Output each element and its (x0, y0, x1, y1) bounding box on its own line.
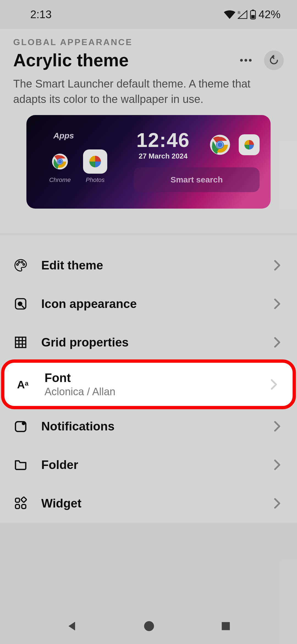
folder-icon (14, 459, 28, 471)
triangle-back-icon (65, 620, 78, 633)
header-eyebrow: GLOBAL APPEARANCE (13, 37, 284, 47)
svg-rect-29 (21, 497, 27, 503)
svg-rect-27 (15, 504, 20, 509)
preview-side-icons (210, 134, 260, 155)
svg-rect-31 (222, 622, 230, 630)
svg-text:a: a (25, 380, 29, 387)
svg-text:A: A (17, 378, 25, 391)
row-notifications[interactable]: Notifications (0, 407, 297, 446)
svg-rect-28 (22, 504, 26, 509)
status-time: 2:13 (30, 8, 52, 21)
chevron-right-icon (274, 421, 280, 432)
row-title: Font (45, 371, 257, 385)
chevron-right-icon (274, 498, 280, 509)
header-description: The Smart Launcher default theme. A them… (13, 76, 261, 107)
row-title: Icon appearance (41, 297, 260, 311)
more-button[interactable] (236, 50, 256, 70)
nav-home-button[interactable] (142, 620, 156, 633)
font-icon: Aa (17, 378, 31, 391)
row-edit-theme[interactable]: Edit theme (0, 246, 297, 285)
palette-icon (14, 258, 28, 272)
row-title: Edit theme (41, 258, 260, 272)
svg-point-10 (58, 160, 62, 164)
photos-icon (243, 138, 255, 151)
svg-rect-2 (252, 10, 254, 11)
svg-point-4 (240, 59, 243, 62)
status-battery: 42% (258, 8, 280, 21)
signal-icon: R (238, 10, 248, 19)
preview-search-label: Smart search (170, 175, 223, 184)
svg-rect-26 (15, 498, 20, 502)
more-horizontal-icon (240, 59, 252, 62)
row-title: Notifications (41, 419, 260, 433)
header: GLOBAL APPEARANCE Acrylic theme The Smar… (0, 29, 297, 233)
svg-point-6 (249, 59, 252, 62)
android-nav-bar (0, 608, 297, 644)
chrome-icon (52, 153, 68, 170)
svg-point-5 (244, 59, 247, 62)
theme-preview: Apps Chrome (26, 115, 271, 209)
row-subtitle: Aclonica / Allan (45, 386, 257, 398)
chevron-right-icon (274, 337, 280, 348)
photos-icon (87, 154, 103, 169)
preview-app-chrome-label: Chrome (49, 176, 71, 184)
row-folder[interactable]: Folder (0, 446, 297, 484)
wifi-icon (224, 10, 235, 19)
icon-appearance-icon (14, 297, 28, 311)
preview-app-photos: Photos (83, 149, 107, 184)
nav-recent-button[interactable] (220, 620, 232, 632)
page-title: Acrylic theme (13, 50, 129, 70)
svg-rect-3 (251, 15, 255, 18)
chevron-right-icon (271, 379, 277, 390)
widget-icon (14, 496, 28, 510)
preview-clock-date: 27 March 2024 (136, 152, 190, 160)
row-font[interactable]: Aa Font Aclonica / Allan (3, 362, 294, 407)
settings-list: Edit theme Icon appearance Grid properti… (0, 235, 297, 523)
battery-icon (250, 10, 256, 20)
preview-apps-label: Apps (53, 131, 74, 140)
svg-point-14 (218, 142, 223, 148)
refresh-button[interactable] (264, 50, 284, 70)
preview-search-pill: Smart search (134, 167, 260, 192)
status-right: R 42% (224, 8, 280, 21)
chevron-right-icon (274, 260, 280, 271)
preview-app-icons: Chrome Photos (48, 149, 107, 184)
chevron-right-icon (274, 459, 280, 470)
row-title: Folder (41, 458, 260, 472)
chrome-icon (210, 134, 230, 155)
svg-point-25 (22, 422, 25, 425)
preview-app-photos-label: Photos (86, 176, 105, 184)
chevron-right-icon (274, 298, 280, 309)
row-grid-properties[interactable]: Grid properties (0, 323, 297, 362)
row-title: Widget (41, 496, 260, 510)
row-icon-appearance[interactable]: Icon appearance (0, 285, 297, 323)
preview-clock-time: 12:46 (136, 129, 190, 151)
svg-text:R: R (238, 10, 240, 15)
nav-back-button[interactable] (65, 620, 78, 633)
svg-point-30 (144, 621, 154, 631)
square-recent-icon (220, 620, 232, 632)
refresh-icon (269, 55, 279, 66)
notifications-icon (14, 419, 28, 433)
status-bar: 2:13 R 42% (0, 0, 297, 29)
preview-app-chrome: Chrome (48, 149, 72, 184)
preview-clock: 12:46 27 March 2024 (136, 129, 190, 160)
row-widget[interactable]: Widget (0, 484, 297, 523)
svg-point-16 (18, 302, 23, 306)
row-title: Grid properties (41, 335, 260, 349)
grid-icon (14, 335, 28, 349)
svg-rect-17 (15, 337, 26, 348)
circle-home-icon (142, 620, 156, 633)
